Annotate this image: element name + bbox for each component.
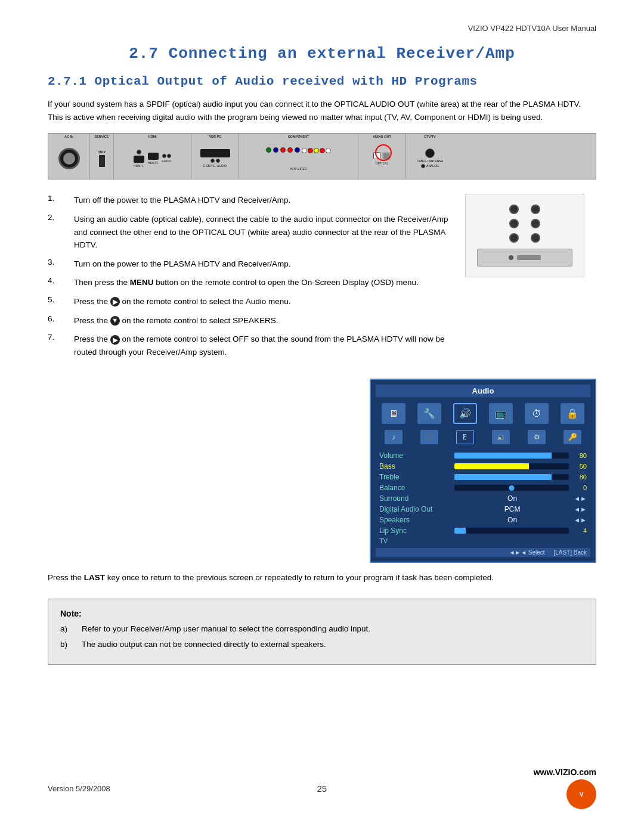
osd-treble-value: 80 [572,473,587,481]
footer-version: Version 5/29/2008 [48,784,110,793]
speaker-dot-6 [531,233,540,243]
header-title: VIZIO VP422 HDTV10A User Manual [48,24,596,33]
osd-balance-inner [454,485,569,491]
speaker-dots [509,205,540,243]
osd-digital-val: PCM [451,505,574,513]
footer-right: www.VIZIO.com V [534,767,596,809]
step-7-num: 7. [48,333,64,342]
step-3: 3. Turn on the power to the PLASMA HDTV … [48,258,451,271]
osd-bass-value: 50 [572,463,587,470]
osd-last-back: [LAST] Back [553,549,587,556]
osd-surround-arrow: ◄► [574,495,587,502]
osd-volume-value: 80 [572,452,587,459]
note-item-a: a) Refer to your Receiver/Amp user manua… [60,623,584,635]
osd-sub-icon-6: 🔑 [564,430,581,444]
osd-volume-bar [454,453,552,459]
osd-icon-3-selected: 🔊 [453,403,477,424]
note-title: Note: [60,609,584,618]
step-5-text: Press the ▶ on the remote control to sel… [74,295,290,308]
speaker-row-1 [509,205,540,214]
speaker-dot-5 [509,233,519,243]
osd-surround-label: Surround [379,494,451,503]
osd-treble-bar [454,474,552,480]
osd-digital-row: Digital Audio Out PCM ◄► [376,504,590,515]
osd-treble-row: Treble 80 [376,472,590,482]
osd-speakers-label: Speakers [379,516,451,524]
step-4: 4. Then press the MENU button on the rem… [48,276,451,289]
osd-sub-icon-selected: 🎚 [456,430,474,444]
osd-lipsync-bar-container [454,528,569,534]
speaker-dot-4 [531,219,540,228]
osd-balance-bar-container [454,485,569,491]
conn-service: SERVICE ONLY [90,134,114,179]
connector-diagram: AC IN SERVICE ONLY HDMI HDMI 1 [48,133,596,179]
step-5: 5. Press the ▶ on the remote control to … [48,295,451,308]
step-4-num: 4. [48,276,64,285]
speaker-dot-2 [531,205,540,214]
right-column [465,194,596,277]
steps-left: 1. Turn off the power to the PLASMA HDTV… [48,194,451,364]
footer-page-num: 25 [317,784,327,794]
osd-tv-label: TV [376,536,590,546]
osd-volume-label: Volume [379,451,451,460]
speaker-dot-3 [509,219,519,228]
step-7: 7. Press the ▶ on the remote control to … [48,333,451,358]
speaker-image [465,194,584,277]
osd-icon-4: 📺 [489,403,513,424]
conn-audio-out: AUDIO OUT OPTICAL [358,134,406,179]
osd-balance-dot [509,485,515,491]
step-6-num: 6. [48,314,64,323]
right-btn-7: ▶ [110,335,120,345]
osd-sub-icon-1: ♪ [385,430,402,444]
osd-volume-bar-container [454,453,569,459]
osd-lipsync-row: Lip Sync 4 [376,525,590,536]
receiver-display [517,255,541,260]
conn-component: COMPONENT AV/S-VIDEO [239,134,358,179]
osd-bass-bar-container [454,463,569,469]
receiver-led [509,255,513,260]
receiver-box [477,249,572,267]
osd-surround-val: On [451,494,574,503]
osd-footer-text: ◄►◄ Select [509,549,544,556]
step-1: 1. Turn off the power to the PLASMA HDTV… [48,194,451,207]
osd-speakers-row: Speakers On ◄► [376,515,590,525]
osd-sub-icons: ♪ 🎵 🎚 🔉 ⚙ 🔑 [376,428,590,447]
conn-hdmi: HDMI HDMI 1 HDMI 2 AUDIO [114,134,191,179]
osd-icon-2: 🔧 [417,403,441,424]
osd-footer: ◄►◄ Select [LAST] Back [376,548,590,557]
step-3-num: 3. [48,258,64,267]
step-3-text: Turn on the power to the PLASMA HDTV and… [74,258,290,271]
step-2-text: Using an audio cable (optical cable), co… [74,213,451,252]
audio-osd: Audio 🖥 🔧 🔊 📺 ⏱ 🔒 ♪ 🎵 🎚 🔉 ⚙ 🔑 [370,379,596,563]
osd-balance-label: Balance [379,484,451,492]
last-keyword: LAST [84,573,105,582]
speaker-row-2 [509,219,540,228]
osd-sub-icon-2: 🎵 [420,430,438,444]
intro-text: If your sound system has a SPDIF (optica… [48,98,596,123]
osd-treble-bar-container [454,474,569,480]
osd-digital-label: Digital Audio Out [379,505,451,513]
osd-digital-arrow: ◄► [574,506,587,513]
step-2: 2. Using an audio cable (optical cable),… [48,213,451,252]
section-title: 2.7.1 Optical Output of Audio received w… [48,73,596,89]
osd-treble-label: Treble [379,473,451,481]
osd-volume-row: Volume 80 [376,450,590,461]
osd-sub-icon-5: ⚙ [528,430,546,444]
note-label-b: b) [60,639,72,651]
osd-speakers-arrow: ◄► [574,516,587,524]
osd-icon-6: 🔒 [561,403,584,424]
osd-icon-1: 🖥 [382,403,405,424]
conn-dtv: DTV/TV CABLE / ANTENNA ANALOG [406,134,454,179]
note-label-a: a) [60,623,72,635]
step-4-text: Then press the MENU button on the remote… [74,276,419,289]
right-btn-5: ▶ [110,297,120,306]
note-text-a: Refer to your Receiver/Amp user manual t… [82,623,370,635]
osd-spacer-left [48,371,239,563]
note-text-b: The audio output can not be connected di… [82,639,326,651]
osd-icon-5: ⏱ [525,403,549,424]
osd-bass-label: Bass [379,462,451,470]
ac-port [58,148,80,169]
step-2-num: 2. [48,213,64,222]
osd-balance-row: Balance 0 [376,482,590,493]
osd-speakers-val: On [451,516,574,524]
